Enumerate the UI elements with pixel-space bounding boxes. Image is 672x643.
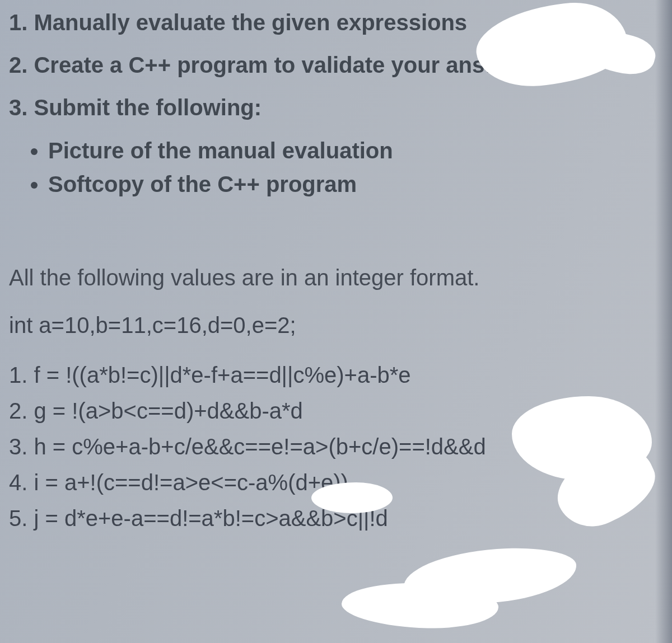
expr-5: 5. j = d*e+e-a==d!=a*b!=c>a&&b>c||!d	[9, 501, 661, 535]
int-declaration: int a=10,b=11,c=16,d=0,e=2;	[9, 313, 661, 338]
instruction-1: 1. Manually evaluate the given expressio…	[9, 9, 661, 36]
scribble-line4	[402, 543, 578, 608]
expr-2: 2. g = !(a>b<c==d)+d&&b-a*d	[9, 394, 661, 428]
expr-1: 1. f = !((a*b!=c)||d*e-f+a==d||c%e)+a-b*…	[9, 358, 661, 392]
expr-3: 3. h = c%e+a-b+c/e&&c==e!=a>(b+c/e)==!d&…	[9, 430, 661, 463]
submit-bullets: Picture of the manual evaluation Softcop…	[48, 137, 661, 198]
instruction-3: 3. Submit the following:	[9, 94, 661, 121]
format-note: All the following values are in an integ…	[9, 265, 661, 290]
bullet-1: Picture of the manual evaluation	[48, 137, 661, 165]
instruction-2: 2. Create a C++ program to validate your…	[9, 51, 661, 78]
expressions-block: 1. f = !((a*b!=c)||d*e-f+a==d||c%e)+a-b*…	[9, 358, 661, 535]
scribble-line5	[340, 579, 500, 632]
bullet-2: Softcopy of the C++ program	[48, 170, 661, 198]
expr-4: 4. i = a+!(c==d!=a>e<=c-a%(d+e))	[9, 466, 661, 499]
